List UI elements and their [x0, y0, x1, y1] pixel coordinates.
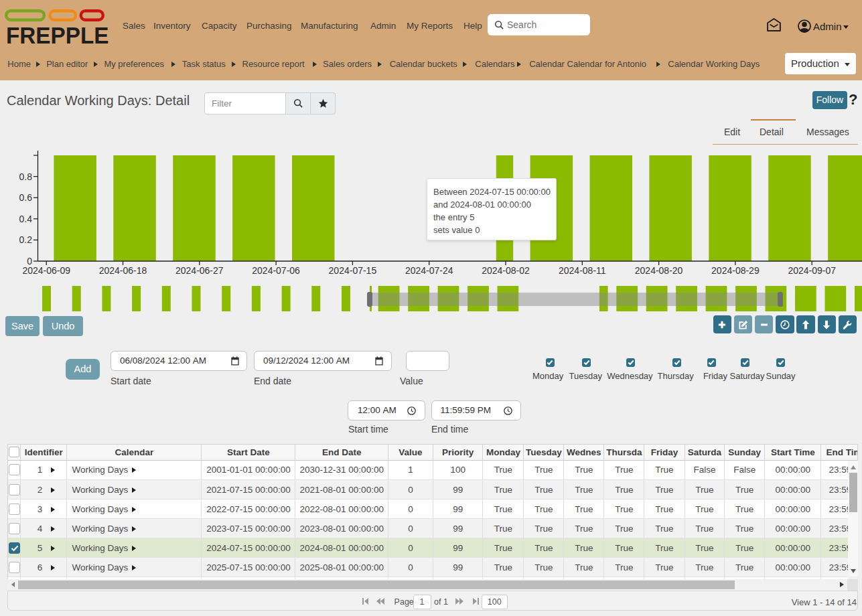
svg-text:2024-07-06: 2024-07-06	[252, 265, 300, 276]
svg-text:2024-07-15: 2024-07-15	[329, 265, 377, 276]
svg-text:0.6: 0.6	[19, 192, 33, 203]
svg-text:2024-07-24: 2024-07-24	[405, 265, 453, 276]
svg-text:0.2: 0.2	[19, 234, 33, 245]
svg-text:2024-06-27: 2024-06-27	[175, 265, 224, 276]
svg-text:2024-08-02: 2024-08-02	[482, 265, 530, 276]
svg-text:2024-08-20: 2024-08-20	[635, 265, 683, 276]
svg-text:2024-06-18: 2024-06-18	[99, 265, 147, 276]
svg-text:0.4: 0.4	[19, 214, 33, 224]
svg-text:2024-08-11: 2024-08-11	[559, 265, 606, 276]
svg-text:2024-06-09: 2024-06-09	[22, 265, 70, 276]
svg-text:2024-09-07: 2024-09-07	[788, 265, 836, 276]
svg-text:0.8: 0.8	[19, 171, 33, 182]
svg-text:2024-08-29: 2024-08-29	[711, 265, 760, 276]
